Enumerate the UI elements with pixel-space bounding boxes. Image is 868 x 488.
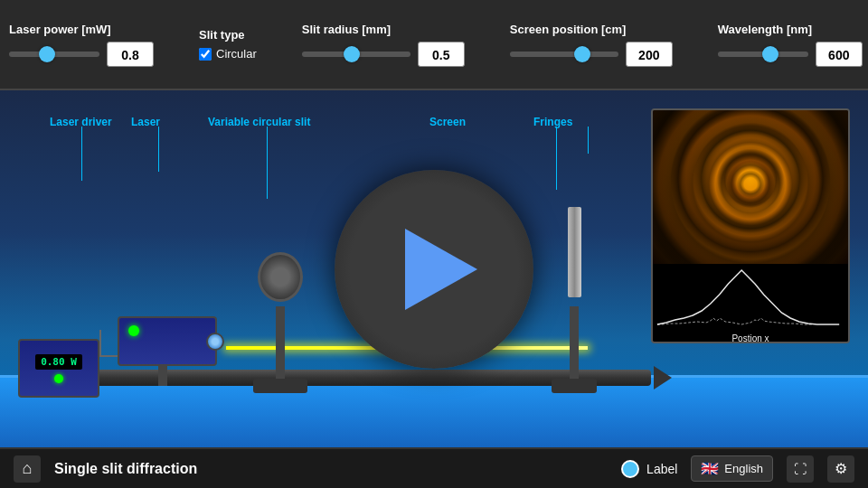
- scene: 0.80 W Intensity Postio: [0, 90, 868, 447]
- power-display: 0.80 W: [35, 354, 82, 370]
- screen-label: Screen: [429, 116, 466, 128]
- slit-type-label: Slit type: [199, 28, 257, 42]
- laser-line: [158, 127, 159, 172]
- screen-panel: [568, 207, 581, 297]
- screen-pos-label: Screen position [cm]: [510, 23, 673, 36]
- laser-power-slider[interactable]: [9, 52, 99, 57]
- screen-clamp: [552, 379, 597, 393]
- slit-circular-label: Circular: [216, 47, 257, 61]
- screen-pos-slider[interactable]: [510, 52, 618, 57]
- laser-led: [128, 325, 139, 336]
- slit-type-group: Slit type Circular: [199, 28, 257, 61]
- slit-stand: [276, 306, 285, 379]
- slit-line: [267, 127, 268, 199]
- slit-radius-label: Slit radius [mm]: [302, 23, 465, 36]
- settings-button[interactable]: ⚙: [827, 455, 854, 483]
- flag-icon: 🇬🇧: [701, 460, 719, 477]
- position-label: Postion x: [731, 333, 769, 343]
- label-button[interactable]: Label: [621, 460, 677, 478]
- slit-radius-slider[interactable]: [302, 52, 410, 57]
- wavelength-value: 600: [816, 42, 863, 67]
- screen-line: [556, 127, 557, 190]
- wavelength-label: Wavelength [nm]: [718, 23, 863, 36]
- driver-line: [81, 127, 82, 181]
- top-controls: Laser power [mW] 0.8 Slit type Circular …: [0, 0, 868, 90]
- laser-driver-label: Laser driver: [50, 116, 112, 128]
- laser-body: [118, 316, 217, 366]
- slit-label: Variable circular slit: [208, 116, 310, 128]
- intensity-graph: Intensity Postion x: [653, 264, 848, 343]
- intensity-curve: [653, 266, 848, 329]
- fringe-line: [588, 127, 589, 154]
- laser-power-value: 0.8: [107, 42, 154, 67]
- laser-driver-led: [54, 374, 63, 383]
- slit-radius-value: 0.5: [418, 42, 465, 67]
- laser-driver: 0.80 W: [18, 339, 99, 398]
- table-surface: [0, 375, 868, 447]
- label-text: Label: [646, 462, 677, 476]
- slit-clamp: [253, 379, 307, 393]
- fullscreen-icon: ⛶: [794, 462, 807, 476]
- slit-disc: [258, 252, 303, 302]
- home-icon: ⌂: [23, 459, 33, 478]
- screen-pos-value: 200: [626, 42, 673, 67]
- language-button[interactable]: 🇬🇧 English: [691, 455, 773, 482]
- wavelength-group: Wavelength [nm] 600: [718, 23, 863, 67]
- slit-radius-group: Slit radius [mm] 0.5: [302, 23, 465, 67]
- fringe-panel: Intensity Postion x: [651, 108, 850, 343]
- wire-vertical: [99, 330, 101, 357]
- play-button[interactable]: [335, 170, 533, 369]
- screen-pos-group: Screen position [cm] 200: [510, 23, 673, 67]
- laser-power-label: Laser power [mW]: [9, 23, 154, 36]
- laser-lens: [206, 333, 224, 351]
- settings-icon: ⚙: [835, 460, 847, 477]
- fullscreen-button[interactable]: ⛶: [787, 455, 814, 483]
- laser-label: Laser: [131, 116, 160, 128]
- wavelength-slider[interactable]: [718, 52, 808, 57]
- fringe-image: [653, 110, 848, 264]
- slit-circular-row: Circular: [199, 47, 257, 61]
- rail-arrow-right: [654, 366, 672, 389]
- screen-mount: [552, 216, 597, 393]
- slit-circular-checkbox[interactable]: [199, 48, 212, 61]
- app-title: Single slit diffraction: [54, 461, 608, 477]
- slit-mount: [253, 257, 307, 393]
- screen-stand: [570, 306, 579, 379]
- bottom-bar: ⌂ Single slit diffraction Label 🇬🇧 Engli…: [0, 447, 868, 488]
- play-icon: [405, 229, 477, 310]
- home-button[interactable]: ⌂: [14, 455, 41, 483]
- language-label: English: [724, 462, 763, 475]
- laser-power-group: Laser power [mW] 0.8: [9, 23, 154, 67]
- label-circle-icon: [621, 460, 639, 478]
- fringes-label: Fringes: [533, 116, 572, 128]
